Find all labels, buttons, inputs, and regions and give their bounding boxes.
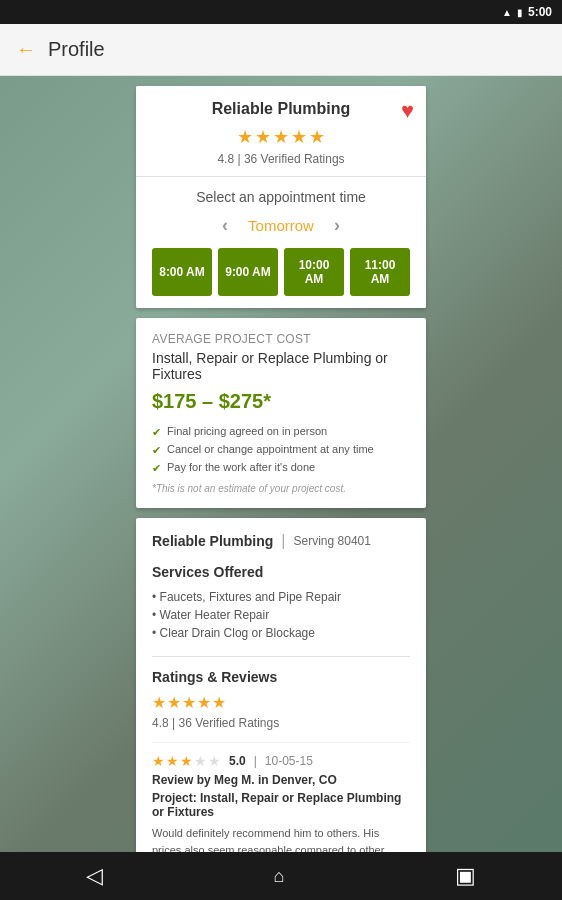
appointment-title: Select an appointment time [152,189,410,205]
overall-star-2: ★ [167,693,181,712]
cost-service-name: Install, Repair or Replace Plumbing or F… [152,350,410,382]
r-star-4: ★ [194,753,207,769]
check-icon-0: ✔ [152,426,161,439]
back-button[interactable]: ← [16,38,36,61]
overall-score: 4.8 [152,716,169,730]
favorite-icon[interactable]: ♥ [401,98,414,124]
star-3: ★ [273,126,289,148]
cost-feature-text-0: Final pricing agreed on in person [167,425,327,437]
review-project: Project: Install, Repair or Replace Plum… [152,791,410,819]
selected-date: Tomorrow [248,217,314,234]
cost-feature-1: ✔ Cancel or change appointment at any ti… [152,443,410,457]
review-text: Would definitely recommend him to others… [152,825,410,852]
info-card: Reliable Plumbing | Serving 80401 Servic… [136,518,426,852]
status-icons: ▲ ▮ 5:00 [502,5,552,19]
time-slot-0[interactable]: 8:00 AM [152,248,212,296]
home-nav-button[interactable]: ⌂ [274,866,285,887]
date-nav: ‹ Tomorrow › [152,215,410,236]
review-item-0: ★ ★ ★ ★ ★ 5.0 | 10-05-15 Review by Meg M… [152,742,410,852]
next-date-button[interactable]: › [334,215,340,236]
rating-text: 4.8 | 36 Verified Ratings [152,152,410,166]
profile-header: Reliable Plumbing ♥ ★ ★ ★ ★ ★ 4.8 | 36 V… [136,86,426,176]
star-4: ★ [291,126,307,148]
star-1: ★ [237,126,253,148]
time-slot-1[interactable]: 9:00 AM [218,248,278,296]
review-date: 10-05-15 [265,754,313,768]
review-date-sep: | [254,754,257,768]
service-item-1: Water Heater Repair [152,606,410,624]
review-score: 5.0 [229,754,246,768]
cost-features-list: ✔ Final pricing agreed on in person ✔ Ca… [152,425,410,475]
business-name: Reliable Plumbing [152,100,410,118]
ratings-heading: Ratings & Reviews [152,669,410,685]
check-icon-1: ✔ [152,444,161,457]
check-icon-2: ✔ [152,462,161,475]
cost-feature-text-1: Cancel or change appointment at any time [167,443,374,455]
overall-star-5: ★ [212,693,226,712]
reviews-section: Ratings & Reviews ★ ★ ★ ★ ★ 4.8 | 36 Ver… [152,656,410,852]
cost-section-title: Average Project Cost [152,332,410,346]
overall-count: 36 Verified Ratings [178,716,279,730]
overall-star-1: ★ [152,693,166,712]
stars-row: ★ ★ ★ ★ ★ [152,126,410,148]
appointment-section: Select an appointment time ‹ Tomorrow › … [136,176,426,308]
time-slot-2[interactable]: 10:00 AM [284,248,344,296]
service-item-0: Faucets, Fixtures and Pipe Repair [152,588,410,606]
overall-star-4: ★ [197,693,211,712]
prev-date-button[interactable]: ‹ [222,215,228,236]
time-slot-3[interactable]: 11:00 AM [350,248,410,296]
r-star-5: ★ [208,753,221,769]
r-star-1: ★ [152,753,165,769]
time-slots-grid: 8:00 AM 9:00 AM 10:00 AM 11:00 AM [152,248,410,296]
battery-icon: ▮ [517,7,523,18]
profile-card: Reliable Plumbing ♥ ★ ★ ★ ★ ★ 4.8 | 36 V… [136,86,426,308]
overall-stars: ★ ★ ★ ★ ★ [152,693,410,712]
services-list: Faucets, Fixtures and Pipe Repair Water … [152,588,410,642]
r-star-3: ★ [180,753,193,769]
cost-feature-0: ✔ Final pricing agreed on in person [152,425,410,439]
star-half: ★ [309,126,325,148]
bottom-nav: ◁ ⌂ ▣ [0,852,562,900]
r-star-2: ★ [166,753,179,769]
recent-nav-button[interactable]: ▣ [455,863,476,889]
cost-card: Average Project Cost Install, Repair or … [136,318,426,508]
review-stars: ★ ★ ★ ★ ★ [152,753,221,769]
overall-star-3: ★ [182,693,196,712]
cost-disclaimer: *This is not an estimate of your project… [152,483,410,494]
business-info-row: Reliable Plumbing | Serving 80401 [152,532,410,550]
status-time: 5:00 [528,5,552,19]
info-separator: | [281,532,285,550]
main-content: Reliable Plumbing ♥ ★ ★ ★ ★ ★ 4.8 | 36 V… [0,76,562,852]
cost-feature-2: ✔ Pay for the work after it's done [152,461,410,475]
rating-score: 4.8 [217,152,234,166]
star-2: ★ [255,126,271,148]
review-meta: ★ ★ ★ ★ ★ 5.0 | 10-05-15 [152,753,410,769]
review-author: Review by Meg M. in Denver, CO [152,773,410,787]
top-nav: ← Profile [0,24,562,76]
wifi-icon: ▲ [502,7,512,18]
rating-count: 36 Verified Ratings [244,152,345,166]
page-title: Profile [48,38,105,61]
serving-area: Serving 80401 [294,534,371,548]
overall-rating-text: 4.8 | 36 Verified Ratings [152,716,410,730]
info-business-name: Reliable Plumbing [152,533,273,549]
service-item-2: Clear Drain Clog or Blockage [152,624,410,642]
cost-range: $175 – $275* [152,390,410,413]
cost-feature-text-2: Pay for the work after it's done [167,461,315,473]
status-bar: ▲ ▮ 5:00 [0,0,562,24]
services-heading: Services Offered [152,564,410,580]
back-nav-button[interactable]: ◁ [86,863,103,889]
